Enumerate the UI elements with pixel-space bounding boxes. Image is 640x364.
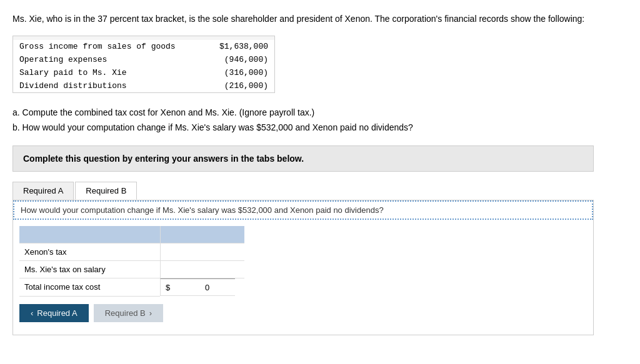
table-row: Xenon's tax [19,243,244,261]
btn-row: ‹ Required A Required B › [13,304,593,328]
chevron-right-icon: › [149,308,152,318]
tab-question: How would your computation change if Ms.… [13,200,593,220]
answer-area: Xenon's tax Ms. Xie's tax on salary Tota… [13,220,593,335]
total-tax-input[interactable] [171,282,221,293]
questions-block: a. Compute the combined tax cost for Xen… [12,106,606,135]
table-row: Ms. Xie's tax on salary [19,261,244,278]
operating-expenses-label: Operating expenses [13,53,205,66]
dollar-sign: $ [166,283,171,292]
gross-income-value: $1,638,000 [205,40,275,53]
next-button-label: Required B [105,308,146,318]
tab-content: How would your computation change if Ms.… [12,200,594,335]
answer-table-header [19,226,244,243]
prev-button[interactable]: ‹ Required A [19,304,89,322]
question-b: b. How would your computation change if … [12,121,606,135]
tabs-container: Required A Required B How would your com… [12,182,594,335]
total-tax-input-cell: $ [160,278,235,296]
total-row: Total income tax cost $ [19,278,244,297]
tabs-row: Required A Required B [12,182,594,200]
tab-required-b[interactable]: Required B [75,182,137,200]
answer-table: Xenon's tax Ms. Xie's tax on salary Tota… [19,226,244,297]
xenon-tax-label: Xenon's tax [19,243,160,261]
question-a: a. Compute the combined tax cost for Xen… [12,106,606,121]
operating-expenses-value: (946,000) [205,53,275,66]
salary-value: (316,000) [205,66,275,79]
table-row: Operating expenses (946,000) [13,53,275,66]
dividend-value: (216,000) [205,79,275,93]
chevron-left-icon: ‹ [31,308,33,318]
gross-income-label: Gross income from sales of goods [13,40,205,53]
xenon-tax-input-cell [160,243,244,261]
table-row: Dividend distributions (216,000) [13,79,275,93]
salary-tax-input[interactable] [166,263,240,275]
table-row: Salary paid to Ms. Xie (316,000) [13,66,275,79]
salary-label: Salary paid to Ms. Xie [13,66,205,79]
table-row: Gross income from sales of goods $1,638,… [13,40,275,53]
intro-text: Ms. Xie, who is in the 37 percent tax br… [12,12,606,26]
complete-box: Complete this question by entering your … [12,145,594,172]
next-button[interactable]: Required B › [94,304,163,322]
salary-tax-input-cell [160,261,244,278]
salary-tax-label: Ms. Xie's tax on salary [19,261,160,278]
xenon-tax-input[interactable] [166,246,240,258]
financial-table: Gross income from sales of goods $1,638,… [12,36,275,93]
dividend-label: Dividend distributions [13,79,205,93]
tab-required-a[interactable]: Required A [12,182,74,200]
total-tax-label: Total income tax cost [19,278,160,297]
prev-button-label: Required A [37,308,77,318]
